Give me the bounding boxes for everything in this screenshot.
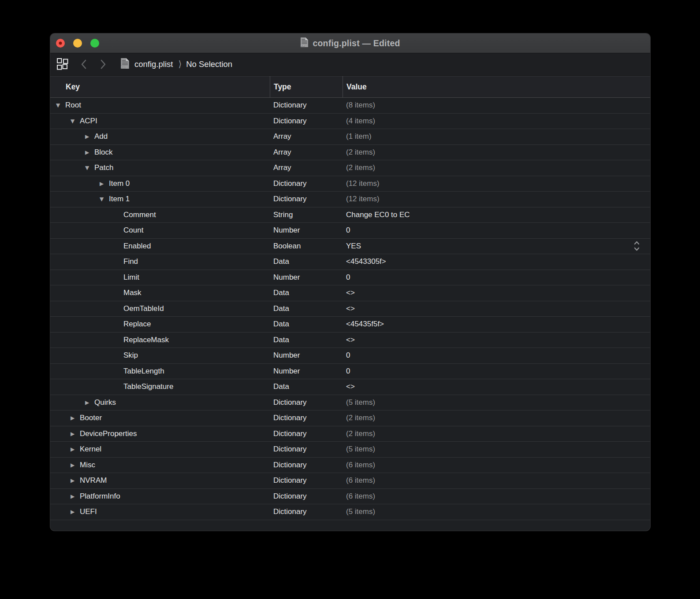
type-cell[interactable]: Dictionary <box>270 476 343 485</box>
value-cell[interactable]: (4 items) <box>343 117 650 126</box>
value-cell[interactable]: <> <box>343 382 650 391</box>
value-cell[interactable]: YES <box>343 240 650 252</box>
disclosure-collapsed-icon[interactable]: ▶ <box>71 478 80 483</box>
breadcrumb-selection[interactable]: No Selection <box>186 59 232 69</box>
type-cell[interactable]: Array <box>270 163 343 172</box>
table-row[interactable]: ▶ DeviceProperties Dictionary (2 items) <box>50 426 650 442</box>
type-cell[interactable]: Dictionary <box>270 195 343 203</box>
column-header-key[interactable]: Key <box>50 76 270 97</box>
value-cell[interactable]: <45435f5f> <box>343 320 650 329</box>
table-row[interactable]: ▶ UEFI Dictionary (5 items) <box>50 504 650 520</box>
disclosure-collapsed-icon[interactable]: ▶ <box>85 150 94 155</box>
back-button[interactable] <box>80 59 88 70</box>
breadcrumb-file[interactable]: config.plist <box>134 59 173 69</box>
value-cell[interactable]: (1 item) <box>343 132 650 141</box>
table-row[interactable]: ▼ Item 1 Dictionary (12 items) <box>50 192 650 207</box>
type-cell[interactable]: Data <box>270 304 343 313</box>
column-header-type[interactable]: Type <box>270 76 343 97</box>
value-cell[interactable]: (6 items) <box>343 476 650 485</box>
disclosure-expanded-icon[interactable]: ▼ <box>100 196 109 202</box>
zoom-button[interactable] <box>90 39 99 48</box>
disclosure-collapsed-icon[interactable]: ▶ <box>85 134 94 139</box>
minimize-button[interactable] <box>73 39 82 48</box>
disclosure-collapsed-icon[interactable]: ▶ <box>71 509 80 514</box>
value-cell[interactable]: Change EC0 to EC <box>343 211 650 219</box>
value-cell[interactable]: 0 <box>343 226 650 235</box>
value-cell[interactable]: 0 <box>343 273 650 282</box>
titlebar[interactable]: PLIST config.plist — Edited <box>50 33 650 53</box>
type-cell[interactable]: Data <box>270 336 343 344</box>
disclosure-collapsed-icon[interactable]: ▶ <box>71 431 80 436</box>
value-cell[interactable]: <> <box>343 336 650 344</box>
type-cell[interactable]: Data <box>270 382 343 391</box>
value-cell[interactable]: <> <box>343 288 650 297</box>
value-cell[interactable]: (6 items) <box>343 461 650 470</box>
type-cell[interactable]: Data <box>270 288 343 297</box>
type-cell[interactable]: Number <box>270 351 343 360</box>
value-cell[interactable]: (5 items) <box>343 507 650 516</box>
disclosure-collapsed-icon[interactable]: ▶ <box>85 400 94 405</box>
table-row[interactable]: ▶ NVRAM Dictionary (6 items) <box>50 473 650 489</box>
type-cell[interactable]: Dictionary <box>270 179 343 188</box>
table-row[interactable]: Enabled Boolean YES <box>50 239 650 255</box>
type-cell[interactable]: Number <box>270 367 343 376</box>
table-row[interactable]: ▼ Patch Array (2 items) <box>50 160 650 176</box>
disclosure-expanded-icon[interactable]: ▼ <box>56 103 65 108</box>
type-cell[interactable]: Dictionary <box>270 507 343 516</box>
disclosure-collapsed-icon[interactable]: ▶ <box>71 447 80 452</box>
value-cell[interactable]: (6 items) <box>343 492 650 501</box>
type-cell[interactable]: Dictionary <box>270 445 343 454</box>
related-items-grid-icon[interactable] <box>56 57 70 71</box>
table-row[interactable]: Skip Number 0 <box>50 348 650 364</box>
type-cell[interactable]: Data <box>270 320 343 329</box>
table-row[interactable]: ▶ Booter Dictionary (2 items) <box>50 410 650 426</box>
type-cell[interactable]: Dictionary <box>270 492 343 501</box>
table-row[interactable]: Comment String Change EC0 to EC <box>50 207 650 223</box>
value-cell[interactable]: (2 items) <box>343 148 650 157</box>
value-cell[interactable]: (2 items) <box>343 429 650 438</box>
table-row[interactable]: ▶ Block Array (2 items) <box>50 145 650 161</box>
table-row[interactable]: ▶ Item 0 Dictionary (12 items) <box>50 176 650 192</box>
value-cell[interactable]: <4543305f> <box>343 257 650 266</box>
type-cell[interactable]: Number <box>270 273 343 282</box>
type-cell[interactable]: Number <box>270 226 343 235</box>
forward-button[interactable] <box>99 59 107 70</box>
value-cell[interactable]: (8 items) <box>343 101 650 110</box>
disclosure-collapsed-icon[interactable]: ▶ <box>100 181 109 186</box>
table-row[interactable]: ReplaceMask Data <> <box>50 333 650 348</box>
table-row[interactable]: ▼ Root Dictionary (8 items) <box>50 98 650 114</box>
value-cell[interactable]: (5 items) <box>343 398 650 407</box>
close-button[interactable] <box>56 39 65 48</box>
type-cell[interactable]: Dictionary <box>270 117 343 126</box>
table-row[interactable]: ▼ ACPI Dictionary (4 items) <box>50 114 650 129</box>
table-row[interactable]: ▶ Kernel Dictionary (5 items) <box>50 442 650 458</box>
value-cell[interactable]: (5 items) <box>343 445 650 454</box>
disclosure-collapsed-icon[interactable]: ▶ <box>71 494 80 499</box>
table-row[interactable]: ▶ Add Array (1 item) <box>50 129 650 145</box>
value-cell[interactable]: (2 items) <box>343 163 650 172</box>
table-row[interactable]: ▶ Misc Dictionary (6 items) <box>50 458 650 473</box>
table-row[interactable]: Count Number 0 <box>50 223 650 239</box>
value-cell[interactable]: <> <box>343 304 650 313</box>
type-cell[interactable]: Dictionary <box>270 461 343 470</box>
type-cell[interactable]: Dictionary <box>270 101 343 110</box>
table-row[interactable]: OemTableId Data <> <box>50 301 650 317</box>
type-cell[interactable]: Data <box>270 257 343 266</box>
value-cell[interactable]: (12 items) <box>343 179 650 188</box>
value-cell[interactable]: 0 <box>343 351 650 360</box>
table-row[interactable]: Replace Data <45435f5f> <box>50 317 650 333</box>
table-row[interactable]: TableSignature Data <> <box>50 379 650 395</box>
value-cell[interactable]: (12 items) <box>343 195 650 203</box>
disclosure-collapsed-icon[interactable]: ▶ <box>71 415 80 421</box>
disclosure-expanded-icon[interactable]: ▼ <box>85 165 94 170</box>
type-cell[interactable]: Boolean <box>270 242 343 251</box>
table-row[interactable]: ▶ PlatformInfo Dictionary (6 items) <box>50 489 650 505</box>
table-row[interactable]: ▶ Quirks Dictionary (5 items) <box>50 395 650 411</box>
type-cell[interactable]: String <box>270 211 343 219</box>
type-cell[interactable]: Array <box>270 148 343 157</box>
type-cell[interactable]: Dictionary <box>270 429 343 438</box>
table-row[interactable]: Find Data <4543305f> <box>50 254 650 270</box>
disclosure-expanded-icon[interactable]: ▼ <box>71 118 80 124</box>
type-cell[interactable]: Dictionary <box>270 414 343 422</box>
type-cell[interactable]: Dictionary <box>270 398 343 407</box>
